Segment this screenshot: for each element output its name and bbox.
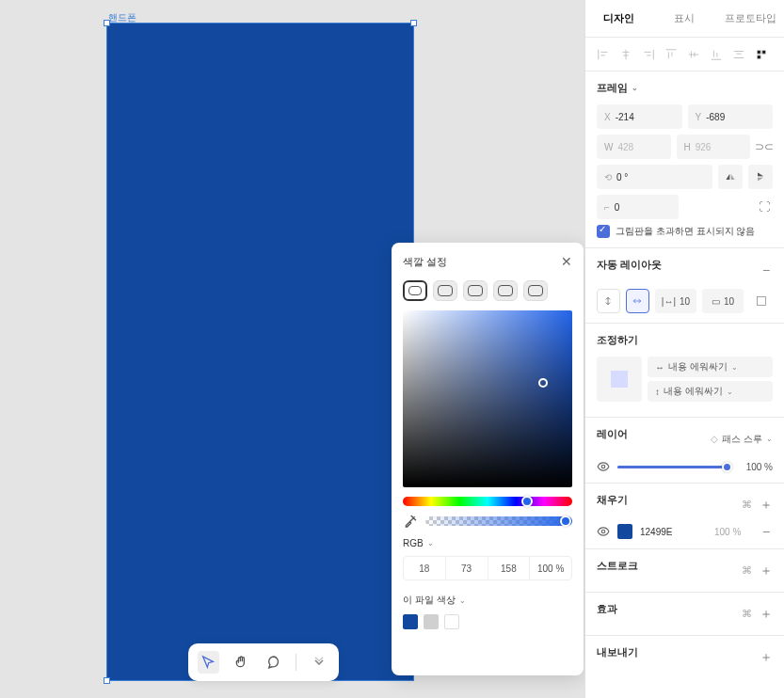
tab-prototype[interactable]: 프로토타입 xyxy=(718,0,784,37)
blend-mode-select[interactable]: ◇ 패스 스루 ⌄ xyxy=(711,433,773,446)
fill-swatch[interactable] xyxy=(617,524,632,539)
image-fill-mode[interactable] xyxy=(523,280,548,301)
file-swatch-2[interactable] xyxy=(424,614,439,629)
resize-handle-tr[interactable] xyxy=(410,20,417,26)
al-settings-icon[interactable] xyxy=(749,289,773,313)
frame-section: 프레임 ⌄ X-214 Y-689 W428 H926 ⊃⊂ ⟲0 ° ⌐0 ⛶… xyxy=(585,71,784,248)
export-section: 내보내기 ＋ xyxy=(585,636,784,678)
clip-content-row[interactable]: 그림판을 초과하면 표시되지 않음 xyxy=(597,225,773,238)
droplet-icon: ◇ xyxy=(711,434,718,444)
color-picker-panel: 색깔 설정 ✕ RGB ⌄ 18 73 158 100 % 이 파일 색상 ⌄ xyxy=(392,243,584,675)
add-stroke-icon[interactable]: ＋ xyxy=(760,563,773,579)
color-g-input[interactable]: 73 xyxy=(446,557,488,579)
chevron-down-icon: ⌄ xyxy=(766,435,773,443)
tab-display[interactable]: 표시 xyxy=(651,0,717,37)
distribute-icon[interactable] xyxy=(732,48,745,61)
add-fill-icon[interactable]: ＋ xyxy=(760,497,773,514)
align-center-h-icon[interactable] xyxy=(619,48,632,61)
file-colors-label[interactable]: 이 파일 색상 ⌄ xyxy=(403,594,572,607)
align-center-v-icon[interactable] xyxy=(687,48,700,61)
x-input[interactable]: X-214 xyxy=(597,104,682,129)
file-swatch-1[interactable] xyxy=(403,614,418,629)
alpha-slider[interactable] xyxy=(425,516,572,526)
fill-opacity-input[interactable]: 100 % xyxy=(714,527,752,537)
opacity-handle[interactable] xyxy=(722,462,732,472)
effect-section: 효과 ⌘ ＋ xyxy=(585,593,784,636)
chevron-down-icon: ⌄ xyxy=(427,539,434,547)
style-icon[interactable]: ⌘ xyxy=(742,608,752,620)
color-a-input[interactable]: 100 % xyxy=(530,557,571,579)
tab-design[interactable]: 디자인 xyxy=(585,0,651,37)
effect-title: 효과 xyxy=(597,602,617,616)
color-r-input[interactable]: 18 xyxy=(404,557,446,579)
radius-input[interactable]: ⌐0 xyxy=(597,195,679,219)
opacity-slider[interactable] xyxy=(617,466,728,468)
hand-tool[interactable] xyxy=(231,651,252,674)
remove-fill-icon[interactable]: − xyxy=(760,524,773,539)
vertical-resize-select[interactable]: ↕내용 에워싸기⌄ xyxy=(648,381,773,402)
color-format-select[interactable]: RGB ⌄ xyxy=(403,538,572,548)
flip-v-icon[interactable] xyxy=(748,165,773,189)
horizontal-resize-select[interactable]: ↔내용 에워싸기⌄ xyxy=(648,357,773,377)
panel-tabs: 디자인 표시 프로토타입 xyxy=(585,0,784,38)
stroke-title: 스트로크 xyxy=(597,559,638,573)
comment-tool[interactable] xyxy=(264,651,285,674)
add-effect-icon[interactable]: ＋ xyxy=(760,606,773,623)
layer-section: 레이어 ◇ 패스 스루 ⌄ 100 % xyxy=(585,418,784,484)
resize-handle-tl[interactable] xyxy=(104,20,110,26)
vertical-gap-input[interactable]: ▭10 xyxy=(702,289,744,313)
close-icon[interactable]: ✕ xyxy=(561,254,572,269)
export-title: 내보내기 xyxy=(597,645,638,659)
individual-corners-icon[interactable]: ⛶ xyxy=(756,195,773,219)
add-export-icon[interactable]: ＋ xyxy=(760,649,773,666)
opacity-value[interactable]: 100 % xyxy=(735,462,773,472)
remove-auto-layout-icon[interactable]: − xyxy=(760,262,773,278)
fill-title: 채우기 xyxy=(597,493,628,507)
color-area-cursor[interactable] xyxy=(538,378,548,388)
al-vertical-icon[interactable] xyxy=(597,289,620,313)
flip-h-icon[interactable] xyxy=(718,165,743,189)
visibility-icon[interactable] xyxy=(597,460,610,473)
selected-frame[interactable] xyxy=(106,23,414,681)
hue-slider[interactable] xyxy=(403,497,572,506)
al-horizontal-icon[interactable] xyxy=(626,289,649,313)
align-bottom-icon[interactable] xyxy=(710,48,723,61)
alignment-grid[interactable] xyxy=(597,357,642,402)
chevron-down-icon: ⌄ xyxy=(632,84,638,92)
style-icon[interactable]: ⌘ xyxy=(742,564,752,577)
color-panel-title: 색깔 설정 xyxy=(403,255,447,269)
horizontal-gap-input[interactable]: |↔|10 xyxy=(655,289,696,313)
fill-visibility-icon[interactable] xyxy=(597,525,610,538)
link-dimensions-icon[interactable]: ⊃⊂ xyxy=(756,135,773,159)
y-input[interactable]: Y-689 xyxy=(688,104,774,129)
align-left-icon[interactable] xyxy=(597,48,610,61)
hue-handle[interactable] xyxy=(521,496,533,507)
style-icon[interactable]: ⌘ xyxy=(742,499,752,511)
auto-layout-title: 자동 레이아웃 xyxy=(597,258,662,272)
adjust-section: 조정하기 ↔내용 에워싸기⌄ ↕내용 에워싸기⌄ xyxy=(585,324,784,418)
linear-fill-mode[interactable] xyxy=(433,280,457,301)
svg-point-1 xyxy=(601,465,605,468)
pointer-tool[interactable] xyxy=(198,651,219,674)
rotation-input[interactable]: ⟲0 ° xyxy=(597,165,712,189)
resize-handle-bl[interactable] xyxy=(104,677,110,684)
frame-section-title[interactable]: 프레임 ⌄ xyxy=(597,81,773,95)
auto-layout-section: 자동 레이아웃 − |↔|10 ▭10 xyxy=(585,248,784,324)
h-input[interactable]: H926 xyxy=(677,135,751,159)
align-top-icon[interactable] xyxy=(664,48,678,61)
more-tools[interactable] xyxy=(308,651,329,674)
file-swatch-3[interactable] xyxy=(444,614,459,629)
color-saturation-area[interactable] xyxy=(403,310,572,487)
eyedropper-icon[interactable] xyxy=(403,514,418,529)
align-right-icon[interactable] xyxy=(642,48,655,61)
alpha-handle[interactable] xyxy=(560,516,571,527)
svg-point-2 xyxy=(601,530,605,533)
radial-fill-mode[interactable] xyxy=(463,280,488,301)
solid-fill-mode[interactable] xyxy=(403,280,427,301)
tidy-icon[interactable] xyxy=(755,48,768,61)
fill-hex-input[interactable]: 12499E xyxy=(640,527,707,537)
angular-fill-mode[interactable] xyxy=(493,280,518,301)
color-b-input[interactable]: 158 xyxy=(488,557,531,579)
clip-checkbox[interactable] xyxy=(597,225,610,238)
w-input[interactable]: W428 xyxy=(597,135,671,159)
